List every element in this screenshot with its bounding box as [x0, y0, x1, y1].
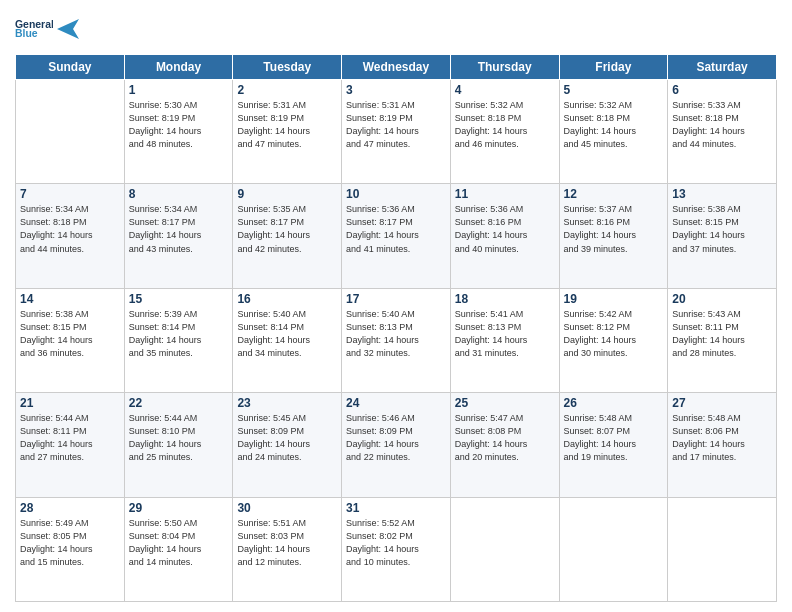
- day-info: Sunrise: 5:32 AMSunset: 8:18 PMDaylight:…: [564, 99, 664, 151]
- day-cell: 18Sunrise: 5:41 AMSunset: 8:13 PMDayligh…: [450, 288, 559, 392]
- day-info: Sunrise: 5:46 AMSunset: 8:09 PMDaylight:…: [346, 412, 446, 464]
- day-cell: 20Sunrise: 5:43 AMSunset: 8:11 PMDayligh…: [668, 288, 777, 392]
- svg-marker-2: [57, 19, 79, 39]
- header-monday: Monday: [124, 55, 233, 80]
- day-number: 29: [129, 501, 229, 515]
- day-number: 21: [20, 396, 120, 410]
- day-number: 26: [564, 396, 664, 410]
- calendar-header-row: SundayMondayTuesdayWednesdayThursdayFrid…: [16, 55, 777, 80]
- day-info: Sunrise: 5:40 AMSunset: 8:14 PMDaylight:…: [237, 308, 337, 360]
- day-number: 8: [129, 187, 229, 201]
- day-info: Sunrise: 5:45 AMSunset: 8:09 PMDaylight:…: [237, 412, 337, 464]
- logo-svg: General Blue: [15, 10, 53, 48]
- day-cell: 15Sunrise: 5:39 AMSunset: 8:14 PMDayligh…: [124, 288, 233, 392]
- day-info: Sunrise: 5:33 AMSunset: 8:18 PMDaylight:…: [672, 99, 772, 151]
- week-row-4: 21Sunrise: 5:44 AMSunset: 8:11 PMDayligh…: [16, 393, 777, 497]
- week-row-5: 28Sunrise: 5:49 AMSunset: 8:05 PMDayligh…: [16, 497, 777, 601]
- day-cell: 19Sunrise: 5:42 AMSunset: 8:12 PMDayligh…: [559, 288, 668, 392]
- day-number: 4: [455, 83, 555, 97]
- day-cell: 6Sunrise: 5:33 AMSunset: 8:18 PMDaylight…: [668, 80, 777, 184]
- day-info: Sunrise: 5:44 AMSunset: 8:11 PMDaylight:…: [20, 412, 120, 464]
- day-cell: 28Sunrise: 5:49 AMSunset: 8:05 PMDayligh…: [16, 497, 125, 601]
- page: General Blue SundayMondayTuesdayWednesda…: [0, 0, 792, 612]
- day-cell: 9Sunrise: 5:35 AMSunset: 8:17 PMDaylight…: [233, 184, 342, 288]
- day-number: 1: [129, 83, 229, 97]
- day-cell: [668, 497, 777, 601]
- day-cell: [450, 497, 559, 601]
- day-cell: 14Sunrise: 5:38 AMSunset: 8:15 PMDayligh…: [16, 288, 125, 392]
- header-wednesday: Wednesday: [342, 55, 451, 80]
- day-number: 19: [564, 292, 664, 306]
- day-info: Sunrise: 5:39 AMSunset: 8:14 PMDaylight:…: [129, 308, 229, 360]
- day-cell: 27Sunrise: 5:48 AMSunset: 8:06 PMDayligh…: [668, 393, 777, 497]
- day-cell: 10Sunrise: 5:36 AMSunset: 8:17 PMDayligh…: [342, 184, 451, 288]
- day-number: 22: [129, 396, 229, 410]
- day-info: Sunrise: 5:36 AMSunset: 8:17 PMDaylight:…: [346, 203, 446, 255]
- day-cell: 31Sunrise: 5:52 AMSunset: 8:02 PMDayligh…: [342, 497, 451, 601]
- day-cell: 24Sunrise: 5:46 AMSunset: 8:09 PMDayligh…: [342, 393, 451, 497]
- day-info: Sunrise: 5:31 AMSunset: 8:19 PMDaylight:…: [346, 99, 446, 151]
- day-info: Sunrise: 5:43 AMSunset: 8:11 PMDaylight:…: [672, 308, 772, 360]
- day-info: Sunrise: 5:41 AMSunset: 8:13 PMDaylight:…: [455, 308, 555, 360]
- day-info: Sunrise: 5:31 AMSunset: 8:19 PMDaylight:…: [237, 99, 337, 151]
- day-cell: 1Sunrise: 5:30 AMSunset: 8:19 PMDaylight…: [124, 80, 233, 184]
- day-cell: 23Sunrise: 5:45 AMSunset: 8:09 PMDayligh…: [233, 393, 342, 497]
- day-cell: 21Sunrise: 5:44 AMSunset: 8:11 PMDayligh…: [16, 393, 125, 497]
- week-row-3: 14Sunrise: 5:38 AMSunset: 8:15 PMDayligh…: [16, 288, 777, 392]
- logo-bird-icon: [57, 15, 79, 43]
- day-cell: 17Sunrise: 5:40 AMSunset: 8:13 PMDayligh…: [342, 288, 451, 392]
- day-number: 3: [346, 83, 446, 97]
- day-info: Sunrise: 5:52 AMSunset: 8:02 PMDaylight:…: [346, 517, 446, 569]
- day-cell: 8Sunrise: 5:34 AMSunset: 8:17 PMDaylight…: [124, 184, 233, 288]
- day-cell: 5Sunrise: 5:32 AMSunset: 8:18 PMDaylight…: [559, 80, 668, 184]
- day-number: 14: [20, 292, 120, 306]
- day-info: Sunrise: 5:42 AMSunset: 8:12 PMDaylight:…: [564, 308, 664, 360]
- day-number: 20: [672, 292, 772, 306]
- day-cell: 22Sunrise: 5:44 AMSunset: 8:10 PMDayligh…: [124, 393, 233, 497]
- day-number: 13: [672, 187, 772, 201]
- day-info: Sunrise: 5:37 AMSunset: 8:16 PMDaylight:…: [564, 203, 664, 255]
- day-number: 27: [672, 396, 772, 410]
- week-row-2: 7Sunrise: 5:34 AMSunset: 8:18 PMDaylight…: [16, 184, 777, 288]
- day-cell: 11Sunrise: 5:36 AMSunset: 8:16 PMDayligh…: [450, 184, 559, 288]
- logo: General Blue: [15, 10, 79, 48]
- header-sunday: Sunday: [16, 55, 125, 80]
- calendar-table: SundayMondayTuesdayWednesdayThursdayFrid…: [15, 54, 777, 602]
- day-cell: 4Sunrise: 5:32 AMSunset: 8:18 PMDaylight…: [450, 80, 559, 184]
- day-number: 12: [564, 187, 664, 201]
- day-info: Sunrise: 5:38 AMSunset: 8:15 PMDaylight:…: [672, 203, 772, 255]
- day-number: 31: [346, 501, 446, 515]
- header-thursday: Thursday: [450, 55, 559, 80]
- day-info: Sunrise: 5:34 AMSunset: 8:18 PMDaylight:…: [20, 203, 120, 255]
- day-number: 17: [346, 292, 446, 306]
- day-number: 16: [237, 292, 337, 306]
- day-number: 11: [455, 187, 555, 201]
- day-cell: [559, 497, 668, 601]
- day-number: 10: [346, 187, 446, 201]
- day-info: Sunrise: 5:50 AMSunset: 8:04 PMDaylight:…: [129, 517, 229, 569]
- day-info: Sunrise: 5:36 AMSunset: 8:16 PMDaylight:…: [455, 203, 555, 255]
- day-number: 25: [455, 396, 555, 410]
- day-number: 2: [237, 83, 337, 97]
- day-number: 24: [346, 396, 446, 410]
- day-info: Sunrise: 5:51 AMSunset: 8:03 PMDaylight:…: [237, 517, 337, 569]
- day-cell: 30Sunrise: 5:51 AMSunset: 8:03 PMDayligh…: [233, 497, 342, 601]
- day-info: Sunrise: 5:44 AMSunset: 8:10 PMDaylight:…: [129, 412, 229, 464]
- day-cell: 7Sunrise: 5:34 AMSunset: 8:18 PMDaylight…: [16, 184, 125, 288]
- day-number: 23: [237, 396, 337, 410]
- day-info: Sunrise: 5:49 AMSunset: 8:05 PMDaylight:…: [20, 517, 120, 569]
- day-number: 18: [455, 292, 555, 306]
- day-cell: 26Sunrise: 5:48 AMSunset: 8:07 PMDayligh…: [559, 393, 668, 497]
- week-row-1: 1Sunrise: 5:30 AMSunset: 8:19 PMDaylight…: [16, 80, 777, 184]
- day-number: 7: [20, 187, 120, 201]
- header-friday: Friday: [559, 55, 668, 80]
- day-cell: 3Sunrise: 5:31 AMSunset: 8:19 PMDaylight…: [342, 80, 451, 184]
- day-number: 28: [20, 501, 120, 515]
- day-info: Sunrise: 5:38 AMSunset: 8:15 PMDaylight:…: [20, 308, 120, 360]
- day-cell: 2Sunrise: 5:31 AMSunset: 8:19 PMDaylight…: [233, 80, 342, 184]
- day-cell: [16, 80, 125, 184]
- day-info: Sunrise: 5:35 AMSunset: 8:17 PMDaylight:…: [237, 203, 337, 255]
- day-info: Sunrise: 5:40 AMSunset: 8:13 PMDaylight:…: [346, 308, 446, 360]
- day-cell: 25Sunrise: 5:47 AMSunset: 8:08 PMDayligh…: [450, 393, 559, 497]
- day-info: Sunrise: 5:32 AMSunset: 8:18 PMDaylight:…: [455, 99, 555, 151]
